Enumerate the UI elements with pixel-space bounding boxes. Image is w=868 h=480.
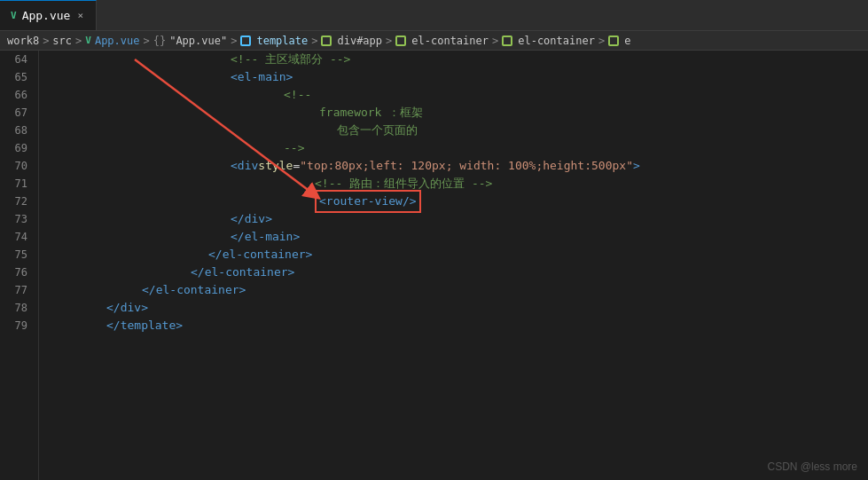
breadcrumb-div-icon-4 — [608, 35, 619, 46]
line-num-65: 65 — [0, 68, 27, 86]
line-num-74: 74 — [0, 228, 27, 246]
code-line-71: <!-- 路由：组件导入的位置 --> — [53, 175, 868, 193]
code-line-65: <el-main> — [53, 68, 868, 86]
code-line-70: <div style = "top:80px;left: 120px; widt… — [53, 157, 868, 175]
active-tab[interactable]: V App.vue × — [0, 0, 97, 30]
comment-68: 包含一个页面的 — [337, 122, 418, 139]
line-num-79: 79 — [0, 317, 27, 334]
comment-open-66: <!-- — [284, 86, 311, 104]
tag-76: </el-container> — [191, 264, 294, 281]
breadcrumb-el-container-1: el-container — [411, 35, 489, 47]
breadcrumb-div-icon-2 — [395, 35, 406, 46]
line-num-78: 78 — [0, 299, 27, 317]
line-num-73: 73 — [0, 210, 27, 228]
comment-67: framework ：框架 — [319, 104, 423, 122]
breadcrumb-obj-icon: {} — [153, 35, 166, 47]
code-line-78: </div> — [53, 299, 868, 317]
breadcrumb-appvue: App.vue — [95, 35, 140, 47]
code-line-66: <!-- — [53, 86, 868, 104]
attr-70: style — [258, 157, 293, 175]
line-num-66: 66 — [0, 86, 27, 104]
tag-65: <el-main> — [231, 68, 293, 86]
line-num-69: 69 — [0, 139, 27, 157]
tag-77: </el-container> — [142, 281, 246, 299]
code-content: <!-- 主区域部分 --> <el-main> <!-- framework … — [39, 51, 868, 480]
breadcrumb-div-icon-3 — [502, 35, 512, 46]
breadcrumb-vue-icon: V — [85, 35, 91, 46]
breadcrumb-work8: work8 — [7, 35, 39, 47]
breadcrumb-template: template — [256, 35, 308, 47]
code-line-75: </el-container> — [53, 246, 868, 264]
tag-75: </el-container> — [208, 246, 312, 264]
line-num-70: 70 — [0, 157, 27, 175]
breadcrumb-sep-2: > — [75, 35, 82, 47]
tag-open-70: <div — [231, 157, 258, 175]
breadcrumb-div-icon-1 — [321, 35, 332, 46]
breadcrumb: work8 > src > V App.vue > {} "App.vue" >… — [0, 31, 868, 51]
code-editor: 64 65 66 67 68 69 70 71 72 73 74 75 76 7… — [0, 51, 868, 480]
line-num-68: 68 — [0, 122, 27, 139]
comment-64: <!-- 主区域部分 --> — [231, 51, 350, 68]
vue-file-icon: V — [11, 10, 17, 21]
code-line-67: framework ：框架 — [53, 104, 868, 122]
line-numbers: 64 65 66 67 68 69 70 71 72 73 74 75 76 7… — [0, 51, 39, 480]
breadcrumb-sep-7: > — [492, 35, 498, 47]
breadcrumb-divapp: div#app — [337, 35, 382, 47]
code-line-73: </div> — [53, 210, 868, 228]
breadcrumb-sep-1: > — [43, 35, 49, 47]
line-num-72: 72 — [0, 193, 27, 210]
editor-root: V App.vue × work8 > src > V App.vue > {}… — [0, 0, 868, 480]
line-num-71: 71 — [0, 175, 27, 193]
line-num-75: 75 — [0, 246, 27, 264]
code-line-69: --> — [53, 139, 868, 157]
breadcrumb-appvue-str: "App.vue" — [169, 35, 227, 47]
code-line-79: </template> — [53, 317, 868, 334]
code-line-68: 包含一个页面的 — [53, 122, 868, 139]
line-num-76: 76 — [0, 264, 27, 281]
code-line-74: </el-main> — [53, 228, 868, 246]
line-num-77: 77 — [0, 281, 27, 299]
breadcrumb-template-icon — [240, 35, 251, 46]
breadcrumb-sep-8: > — [598, 35, 605, 47]
code-line-72: <router-view/> — [53, 193, 868, 210]
val-70: "top:80px;left: 120px; width: 100%;heigh… — [300, 157, 633, 175]
breadcrumb-e: e — [624, 35, 630, 47]
comment-close-69: --> — [284, 139, 304, 157]
eq-70: = — [293, 157, 300, 175]
code-line-77: </el-container> — [53, 281, 868, 299]
line-num-64: 64 — [0, 51, 27, 68]
tag-79: </template> — [106, 317, 183, 334]
breadcrumb-sep-4: > — [231, 35, 237, 47]
breadcrumb-sep-5: > — [311, 35, 317, 47]
tag-74: </el-main> — [231, 228, 300, 246]
breadcrumb-el-container-2: el-container — [518, 35, 595, 47]
code-line-64: <!-- 主区域部分 --> — [53, 51, 868, 68]
tag-close-70: > — [633, 157, 640, 175]
tab-filename: App.vue — [22, 9, 71, 22]
breadcrumb-sep-3: > — [143, 35, 149, 47]
breadcrumb-sep-6: > — [386, 35, 392, 47]
breadcrumb-src: src — [52, 35, 72, 47]
watermark: CSDN @less more — [767, 460, 857, 473]
tag-78: </div> — [106, 299, 148, 317]
code-line-76: </el-container> — [53, 264, 868, 281]
tab-close-button[interactable]: × — [75, 8, 85, 23]
tag-73: </div> — [231, 210, 272, 228]
tab-bar: V App.vue × — [0, 0, 868, 31]
line-num-67: 67 — [0, 104, 27, 122]
